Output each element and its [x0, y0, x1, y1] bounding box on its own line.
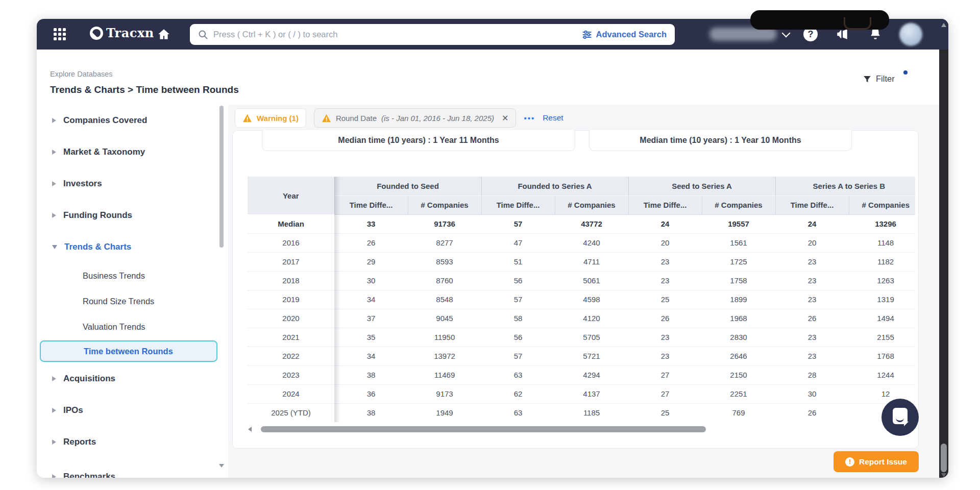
data-card: Median time (10 years) : 1 Year 11 Month… — [232, 130, 919, 449]
round-date-value: (is - Jan 01, 2016 - Jun 18, 2025) — [381, 114, 494, 122]
value-cell: 1768 — [849, 347, 915, 365]
chat-bubble-icon — [893, 408, 908, 424]
report-issue-button[interactable]: ! Report Issue — [834, 451, 919, 472]
search-icon — [198, 30, 208, 40]
sidebar-item-companies-covered[interactable]: Companies Covered — [37, 105, 228, 136]
value-cell: 1725 — [702, 252, 775, 271]
scroll-down-icon[interactable] — [941, 473, 946, 477]
value-cell: 5721 — [555, 347, 628, 365]
search-input[interactable]: Press ( Ctrl + K ) or ( / ) to search Ad… — [190, 24, 675, 45]
year-cell: 2025 (YTD) — [248, 403, 334, 422]
scroll-left-icon[interactable] — [248, 427, 252, 432]
reset-link[interactable]: Reset — [543, 113, 564, 122]
sliders-icon — [582, 30, 592, 40]
sidebar-item-business-trends[interactable]: Business Trends — [37, 263, 228, 288]
chevron-down-icon — [52, 245, 57, 249]
hscroll-thumb[interactable] — [261, 426, 706, 432]
chevron-right-icon — [52, 439, 56, 445]
value-cell: 23 — [775, 328, 849, 347]
value-cell: 9173 — [408, 384, 481, 403]
advanced-search-button[interactable]: Advanced Search — [582, 30, 667, 40]
home-icon[interactable] — [157, 28, 170, 41]
app-window: Tracxn Press ( Ctrl + K ) or ( / ) to se… — [37, 19, 948, 478]
sidebar-item-funding-rounds[interactable]: Funding Rounds — [37, 200, 228, 231]
value-cell: 13972 — [408, 347, 481, 365]
value-cell: 63 — [481, 365, 555, 384]
tracxn-logo[interactable]: Tracxn — [90, 26, 154, 40]
value-cell: 4598 — [555, 290, 628, 309]
value-cell: 23 — [775, 347, 849, 365]
value-cell: 27 — [628, 384, 702, 403]
value-cell: 23 — [628, 328, 702, 347]
sidebar-item-round-size-trends[interactable]: Round Size Trends — [37, 288, 228, 314]
chat-widget-button[interactable] — [881, 399, 919, 436]
chevron-right-icon — [52, 408, 56, 413]
sidebar-item-label: Round Size Trends — [83, 297, 154, 306]
sidebar-item-label: Acquisitions — [63, 374, 115, 384]
avatar[interactable] — [899, 23, 922, 46]
sidebar-scrollbar-thumb[interactable] — [219, 106, 224, 248]
value-cell: 1949 — [408, 403, 481, 422]
table-group-header: Series A to Series B — [775, 177, 915, 195]
main-panel: Warning (1) Round Date (is - Jan 01, 201… — [228, 105, 939, 478]
warning-icon — [242, 114, 252, 122]
value-cell: 20 — [628, 233, 702, 252]
value-cell: 26 — [775, 309, 849, 328]
value-cell: 23 — [628, 271, 702, 290]
hscroll-track — [255, 426, 896, 432]
value-cell: 23 — [628, 252, 702, 271]
more-filters-ellipsis[interactable]: ••• — [524, 114, 535, 122]
sidebar-item-trends-charts[interactable]: Trends & Charts — [37, 231, 228, 263]
sidebar-item-reports[interactable]: Reports — [37, 426, 228, 458]
round-date-chip[interactable]: Round Date (is - Jan 01, 2016 - Jun 18, … — [314, 108, 516, 128]
table-sub-header: # Companies — [555, 195, 628, 214]
sidebar-item-benchmarks[interactable]: Benchmarks — [37, 461, 228, 478]
sidebar-item-valuation-trends[interactable]: Valuation Trends — [37, 314, 228, 339]
value-cell: 2150 — [702, 365, 775, 384]
value-cell: 25 — [628, 403, 702, 422]
median-summary-card-2: Median time (10 years) : 1 Year 10 Month… — [589, 130, 852, 151]
sidebar-scroll-down-icon[interactable] — [219, 464, 224, 468]
sidebar-item-acquisitions[interactable]: Acquisitions — [37, 363, 228, 395]
page-title: Trends & Charts > Time between Rounds — [50, 84, 239, 95]
chevron-right-icon — [52, 181, 56, 186]
table-sub-header: # Companies — [849, 195, 915, 214]
chevron-down-icon[interactable] — [782, 29, 791, 38]
table-row: 2018308760565061231758231263 — [248, 271, 915, 290]
table-row: Median3391736574377224195572413296 — [248, 214, 915, 233]
value-cell: 24 — [775, 214, 849, 233]
value-cell: 2155 — [849, 328, 915, 347]
warning-chip[interactable]: Warning (1) — [235, 108, 306, 128]
filter-funnel-icon — [863, 75, 872, 84]
value-cell: 26 — [628, 309, 702, 328]
year-cell: 2020 — [248, 309, 334, 328]
sidebar-item-time-between-rounds[interactable]: Time between Rounds — [37, 339, 228, 363]
value-cell: 1244 — [849, 365, 915, 384]
page-vertical-scrollbar — [939, 19, 948, 478]
vscroll-thumb[interactable] — [941, 444, 947, 472]
table-horizontal-scrollbar — [248, 426, 902, 433]
year-cell: 2024 — [248, 384, 334, 403]
value-cell: 19557 — [702, 214, 775, 233]
apps-grid-icon[interactable] — [54, 28, 66, 41]
value-cell: 8277 — [408, 233, 481, 252]
year-cell: 2016 — [248, 233, 334, 252]
value-cell: 1758 — [702, 271, 775, 290]
value-cell: 8548 — [408, 290, 481, 309]
value-cell: 57 — [481, 214, 555, 233]
sidebar-item-investors[interactable]: Investors — [37, 168, 228, 200]
sidebar-item-ipos[interactable]: IPOs — [37, 395, 228, 426]
sidebar-item-market-taxonomy[interactable]: Market & Taxonomy — [37, 136, 228, 168]
value-cell: 26 — [334, 233, 408, 252]
chevron-right-icon — [52, 150, 56, 155]
table-sub-header: Time Diffe... — [481, 195, 555, 214]
close-icon[interactable]: ✕ — [502, 113, 508, 123]
value-cell: 11950 — [408, 328, 481, 347]
scroll-up-icon[interactable] — [941, 23, 946, 27]
tracxn-logo-text: Tracxn — [106, 26, 154, 40]
page: Tracxn Press ( Ctrl + K ) or ( / ) to se… — [0, 0, 980, 490]
table-header-year: Year — [248, 177, 334, 214]
table-row: 2025 (YTD)3819496311852576926 — [248, 403, 915, 422]
value-cell: 37 — [334, 309, 408, 328]
filter-button[interactable]: Filter — [863, 74, 895, 84]
